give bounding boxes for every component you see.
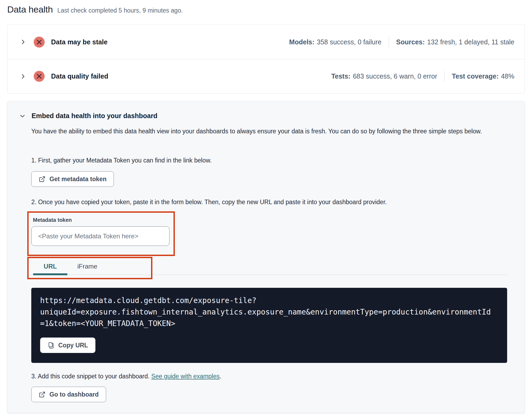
embed-url-line: uniqueId=exposure.fishtown_internal_anal… — [40, 306, 498, 318]
go-to-dashboard-button[interactable]: Go to dashboard — [31, 387, 106, 402]
models-stat-label: Models: — [289, 38, 314, 46]
last-check-status: Last check completed 5 hours, 9 minutes … — [57, 7, 183, 14]
sources-stat-label: Sources: — [396, 38, 425, 46]
step-3-text: 3. Add this code snippet to your dashboa… — [31, 373, 221, 380]
models-stat: Models:358 success, 0 failure — [289, 38, 381, 46]
tests-stat: Tests:683 success, 6 warn, 0 error — [331, 72, 437, 80]
sources-stat: Sources:132 fresh, 1 delayed, 11 stale — [396, 38, 514, 46]
chevron-right-icon[interactable] — [20, 39, 26, 45]
test-coverage-stat-label: Test coverage: — [452, 72, 499, 80]
external-link-icon — [39, 176, 45, 183]
status-row-title: Data quality failed — [51, 72, 108, 80]
embed-description: You have the ability to embed this data … — [31, 126, 496, 137]
error-x-icon — [34, 71, 45, 82]
annotation-box-tabs: URL iFrame — [27, 257, 152, 279]
page-header: Data health Last check completed 5 hours… — [7, 4, 183, 15]
embed-url-line: https://metadata.cloud.getdbt.com/exposu… — [40, 295, 498, 306]
models-stat-value: 358 success, 0 failure — [317, 38, 381, 46]
status-row-title: Data may be stale — [51, 38, 107, 46]
embed-url-code-block: https://metadata.cloud.getdbt.com/exposu… — [31, 288, 507, 363]
embed-section-toggle[interactable]: Embed data health into your dashboard — [19, 112, 157, 120]
step-3-suffix: . — [220, 373, 221, 380]
embed-url-line: =1&token=<YOUR_METADATA_TOKEN> — [40, 318, 498, 329]
get-metadata-token-button[interactable]: Get metadata token — [31, 171, 114, 187]
status-row-data-quality[interactable]: Data quality failed Tests:683 success, 6… — [7, 59, 525, 93]
tests-stat-value: 683 success, 6 warn, 0 error — [353, 72, 437, 80]
status-row-stats: Models:358 success, 0 failure Sources:13… — [289, 37, 514, 47]
chevron-right-icon[interactable] — [20, 73, 26, 80]
step-2-text: 2. Once you have copied your token, past… — [31, 199, 387, 206]
metadata-token-label: Metadata token — [33, 217, 72, 223]
get-metadata-token-label: Get metadata token — [49, 176, 106, 183]
status-row-data-stale[interactable]: Data may be stale Models:358 success, 0 … — [7, 25, 525, 59]
stat-divider — [444, 71, 445, 82]
copy-icon — [48, 342, 54, 349]
data-health-page: Data health Last check completed 5 hours… — [0, 0, 532, 419]
tab-url[interactable]: URL — [33, 260, 67, 273]
tab-iframe[interactable]: iFrame — [72, 260, 103, 273]
copy-url-label: Copy URL — [58, 342, 88, 349]
step-3-prefix: 3. Add this code snippet to your dashboa… — [31, 373, 151, 380]
test-coverage-stat-value: 48% — [501, 72, 514, 80]
tests-stat-label: Tests: — [331, 72, 350, 80]
external-link-icon — [39, 391, 45, 398]
chevron-down-icon[interactable] — [19, 113, 26, 119]
step-1-text: 1. First, gather your Metadata Token you… — [31, 157, 212, 164]
copy-url-button[interactable]: Copy URL — [40, 337, 95, 353]
error-x-icon — [34, 37, 45, 48]
page-title: Data health — [7, 4, 53, 15]
sources-stat-value: 132 fresh, 1 delayed, 11 stale — [427, 38, 514, 46]
stat-divider — [389, 37, 389, 47]
embed-panel: Embed data health into your dashboard Yo… — [7, 101, 525, 413]
test-coverage-stat: Test coverage:48% — [452, 72, 514, 80]
go-to-dashboard-label: Go to dashboard — [49, 391, 99, 398]
status-row-stats: Tests:683 success, 6 warn, 0 error Test … — [331, 71, 514, 82]
see-guide-link[interactable]: See guide with examples — [151, 373, 220, 380]
embed-section-title: Embed data health into your dashboard — [32, 112, 157, 120]
status-card: Data may be stale Models:358 success, 0 … — [7, 25, 525, 94]
metadata-token-input[interactable] — [31, 226, 169, 246]
tab-bar-divider — [30, 274, 507, 275]
